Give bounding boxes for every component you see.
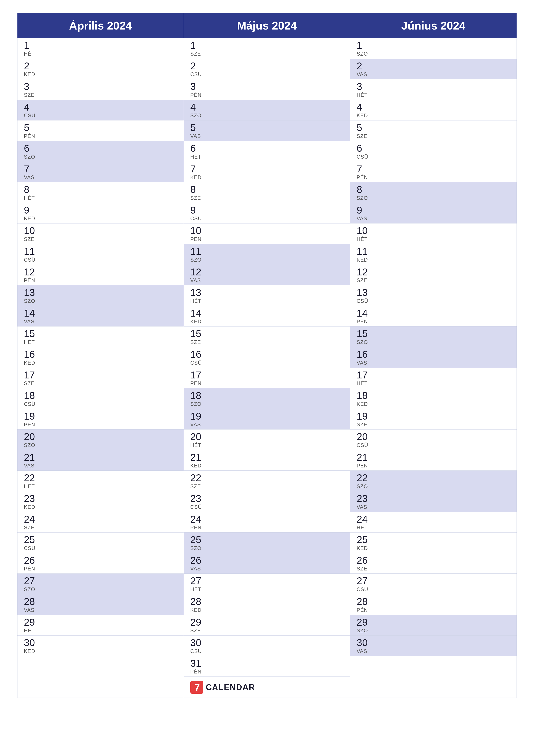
day-row: 10PÉN [184,224,350,244]
day-number: 26 [191,555,343,566]
footer-row: 7 CALENDAR [17,677,517,698]
day-name: VAS [357,360,510,366]
days-grid: 1HÉT2KED3SZE4CSÜ5PÉN6SZO7VAS8HÉT9KED10SZ… [17,38,517,677]
day-row: 30VAS [350,635,517,656]
calendar-logo-icon: 7 [191,681,203,694]
day-number: 22 [24,472,177,483]
day-row: 30KED [17,635,184,656]
day-row: 18CSÜ [17,388,184,409]
day-row: 25SZO [184,532,350,553]
day-number: 29 [24,617,177,628]
day-number: 17 [24,369,177,381]
day-name: SZO [357,195,510,201]
month-col-2: 1SZO2VAS3HÉT4KED5SZE6CSÜ7PÉN8SZO9VAS10HÉ… [350,38,517,677]
day-row: 25CSÜ [17,532,184,553]
day-number: 14 [191,308,343,319]
day-number: 30 [191,637,343,648]
day-row: 4CSÜ [17,100,184,121]
day-row: 18SZO [184,388,350,409]
day-number: 26 [24,555,177,566]
day-row: 7KED [184,162,350,182]
day-row: 23KED [17,491,184,512]
calendar-logo-text: CALENDAR [206,683,255,692]
day-name: SZE [191,195,343,201]
day-row: 21VAS [17,450,184,471]
day-number: 21 [191,452,343,463]
footer-may-logo: 7 CALENDAR [184,677,350,698]
day-number: 17 [357,369,510,381]
day-number: 13 [357,287,510,298]
day-row: 8SZE [184,182,350,203]
day-row: 17HÉT [350,368,517,389]
day-row: 16KED [17,347,184,368]
day-row: 16CSÜ [184,347,350,368]
day-number: 21 [24,452,177,463]
day-row: 10SZE [17,224,184,244]
day-name: CSÜ [357,586,510,592]
day-name: SZE [191,628,343,634]
day-name: SZE [24,236,177,242]
day-name: PÉN [24,133,177,139]
day-row: 19SZE [350,409,517,430]
day-name: HÉT [357,92,510,98]
day-row: 12PÉN [17,265,184,285]
day-row: 4SZO [184,100,350,121]
day-row: 18KED [350,388,517,409]
day-number: 15 [24,328,177,339]
day-name: PÉN [24,566,177,572]
day-row: 3HÉT [350,79,517,100]
day-number: 19 [24,411,177,422]
footer-logo: 7 CALENDAR [191,681,255,694]
day-row: 13SZO [17,285,184,306]
day-number: 28 [191,596,343,607]
day-number: 25 [191,534,343,545]
day-name: KED [357,113,510,119]
day-name: HÉT [24,339,177,345]
day-row: 12SZE [350,265,517,285]
day-number: 2 [357,61,510,71]
day-row: 23CSÜ [184,491,350,512]
day-name: SZO [191,545,343,551]
day-number: 5 [357,122,510,133]
day-name: CSÜ [24,401,177,407]
day-number: 9 [24,205,177,216]
day-row: 11SZO [184,244,350,265]
day-row: 30CSÜ [184,635,350,656]
svg-text:7: 7 [194,682,200,693]
day-number: 19 [357,411,510,422]
day-name: CSÜ [357,154,510,160]
day-name: VAS [24,463,177,469]
day-name: SZE [24,380,177,387]
day-row: 27CSÜ [350,574,517,594]
day-row: 27HÉT [184,574,350,594]
day-number: 7 [24,164,177,175]
day-number: 14 [357,308,510,319]
day-row: 1HÉT [17,38,184,59]
day-name: KED [357,257,510,263]
day-number: 10 [191,225,343,236]
day-number: 22 [357,472,510,483]
day-row: 5PÉN [17,121,184,141]
day-number: 1 [357,40,510,51]
day-number: 15 [357,328,510,339]
day-number: 27 [191,576,343,586]
day-row: 9CSÜ [184,203,350,224]
day-row: 14KED [184,306,350,327]
day-row: 26SZE [350,553,517,574]
day-number: 27 [24,576,177,586]
day-number: 16 [24,349,177,360]
day-number: 31 [191,658,343,669]
day-number: 20 [24,431,177,442]
day-row: 29SZE [184,615,350,636]
day-number: 2 [191,61,343,71]
day-row: 28VAS [17,594,184,615]
day-number: 4 [357,102,510,113]
day-name: VAS [357,216,510,222]
day-name: SZO [24,442,177,448]
day-name: PÉN [357,607,510,613]
day-name: PÉN [357,463,510,469]
day-name: VAS [24,607,177,613]
day-row: 1SZE [184,38,350,59]
day-number: 23 [191,493,343,504]
day-name: VAS [24,174,177,180]
